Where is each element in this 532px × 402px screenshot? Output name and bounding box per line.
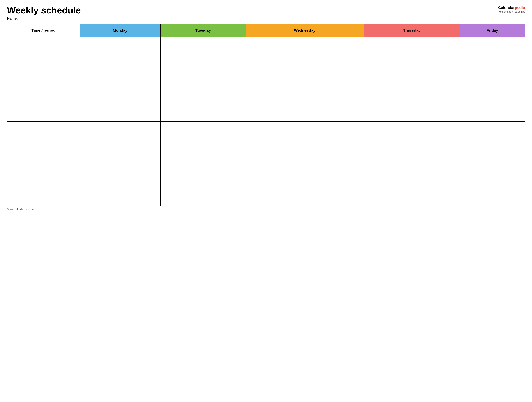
cell-row8-col5[interactable] — [460, 150, 525, 164]
table-row — [7, 65, 525, 79]
cell-row6-col5[interactable] — [460, 121, 525, 136]
cell-row4-col2[interactable] — [160, 93, 246, 107]
cell-row4-col0[interactable] — [7, 93, 80, 107]
cell-row8-col3[interactable] — [246, 150, 364, 164]
cell-row9-col1[interactable] — [80, 164, 160, 178]
cell-row3-col2[interactable] — [160, 79, 246, 93]
cell-row1-col4[interactable] — [364, 51, 460, 65]
cell-row5-col5[interactable] — [460, 107, 525, 121]
cell-row3-col4[interactable] — [364, 79, 460, 93]
logo-area: Calendarpedia Your source for calendars — [498, 5, 525, 13]
cell-row1-col3[interactable] — [246, 51, 364, 65]
cell-row5-col0[interactable] — [7, 107, 80, 121]
cell-row2-col5[interactable] — [460, 65, 525, 79]
table-row — [7, 37, 525, 51]
cell-row0-col4[interactable] — [364, 37, 460, 51]
table-row — [7, 178, 525, 192]
logo-pedia-part: pedia — [515, 6, 525, 10]
cell-row2-col0[interactable] — [7, 65, 80, 79]
cell-row10-col1[interactable] — [80, 178, 160, 192]
cell-row5-col4[interactable] — [364, 107, 460, 121]
cell-row1-col5[interactable] — [460, 51, 525, 65]
cell-row7-col4[interactable] — [364, 136, 460, 150]
cell-row0-col5[interactable] — [460, 37, 525, 51]
col-header-thursday: Thursday — [364, 24, 460, 37]
col-header-friday: Friday — [460, 24, 525, 37]
cell-row8-col2[interactable] — [160, 150, 246, 164]
cell-row1-col1[interactable] — [80, 51, 160, 65]
cell-row1-col2[interactable] — [160, 51, 246, 65]
table-row — [7, 150, 525, 164]
cell-row9-col3[interactable] — [246, 164, 364, 178]
cell-row3-col3[interactable] — [246, 79, 364, 93]
cell-row1-col0[interactable] — [7, 51, 80, 65]
cell-row3-col5[interactable] — [460, 79, 525, 93]
table-row — [7, 192, 525, 206]
cell-row10-col0[interactable] — [7, 178, 80, 192]
table-row — [7, 121, 525, 136]
cell-row4-col4[interactable] — [364, 93, 460, 107]
col-header-time: Time / period — [7, 24, 80, 37]
col-header-monday: Monday — [80, 24, 160, 37]
table-row — [7, 51, 525, 65]
cell-row11-col1[interactable] — [80, 192, 160, 206]
cell-row0-col2[interactable] — [160, 37, 246, 51]
cell-row0-col0[interactable] — [7, 37, 80, 51]
cell-row8-col1[interactable] — [80, 150, 160, 164]
table-row — [7, 93, 525, 107]
cell-row9-col2[interactable] — [160, 164, 246, 178]
cell-row8-col4[interactable] — [364, 150, 460, 164]
cell-row10-col5[interactable] — [460, 178, 525, 192]
footer: © www.calendarpedia.com — [7, 208, 525, 210]
name-label: Name: — [7, 16, 81, 20]
cell-row11-col4[interactable] — [364, 192, 460, 206]
cell-row0-col3[interactable] — [246, 37, 364, 51]
cell-row5-col2[interactable] — [160, 107, 246, 121]
page-header: Weekly schedule Name: Calendarpedia Your… — [7, 5, 525, 20]
cell-row2-col1[interactable] — [80, 65, 160, 79]
cell-row7-col3[interactable] — [246, 136, 364, 150]
cell-row3-col0[interactable] — [7, 79, 80, 93]
cell-row9-col5[interactable] — [460, 164, 525, 178]
cell-row6-col2[interactable] — [160, 121, 246, 136]
cell-row10-col4[interactable] — [364, 178, 460, 192]
cell-row11-col3[interactable] — [246, 192, 364, 206]
cell-row4-col1[interactable] — [80, 93, 160, 107]
cell-row6-col3[interactable] — [246, 121, 364, 136]
copyright-text: © www.calendarpedia.com — [7, 208, 34, 210]
cell-row10-col2[interactable] — [160, 178, 246, 192]
col-header-wednesday: Wednesday — [246, 24, 364, 37]
cell-row11-col2[interactable] — [160, 192, 246, 206]
cell-row2-col3[interactable] — [246, 65, 364, 79]
cell-row2-col4[interactable] — [364, 65, 460, 79]
cell-row7-col2[interactable] — [160, 136, 246, 150]
table-row — [7, 107, 525, 121]
cell-row8-col0[interactable] — [7, 150, 80, 164]
cell-row3-col1[interactable] — [80, 79, 160, 93]
cell-row7-col1[interactable] — [80, 136, 160, 150]
cell-row0-col1[interactable] — [80, 37, 160, 51]
logo-calendar-part: Calendar — [498, 6, 515, 10]
cell-row6-col1[interactable] — [80, 121, 160, 136]
logo-subtitle: Your source for calendars — [498, 10, 525, 13]
cell-row4-col3[interactable] — [246, 93, 364, 107]
title-area: Weekly schedule Name: — [7, 5, 81, 20]
logo-text: Calendarpedia — [498, 5, 525, 10]
cell-row6-col0[interactable] — [7, 121, 80, 136]
cell-row11-col0[interactable] — [7, 192, 80, 206]
cell-row4-col5[interactable] — [460, 93, 525, 107]
table-row — [7, 79, 525, 93]
cell-row11-col5[interactable] — [460, 192, 525, 206]
cell-row6-col4[interactable] — [364, 121, 460, 136]
cell-row5-col3[interactable] — [246, 107, 364, 121]
cell-row5-col1[interactable] — [80, 107, 160, 121]
cell-row10-col3[interactable] — [246, 178, 364, 192]
cell-row9-col0[interactable] — [7, 164, 80, 178]
table-header-row: Time / period Monday Tuesday Wednesday T… — [7, 24, 525, 37]
cell-row2-col2[interactable] — [160, 65, 246, 79]
cell-row9-col4[interactable] — [364, 164, 460, 178]
cell-row7-col5[interactable] — [460, 136, 525, 150]
table-row — [7, 136, 525, 150]
cell-row7-col0[interactable] — [7, 136, 80, 150]
schedule-body — [7, 37, 525, 206]
